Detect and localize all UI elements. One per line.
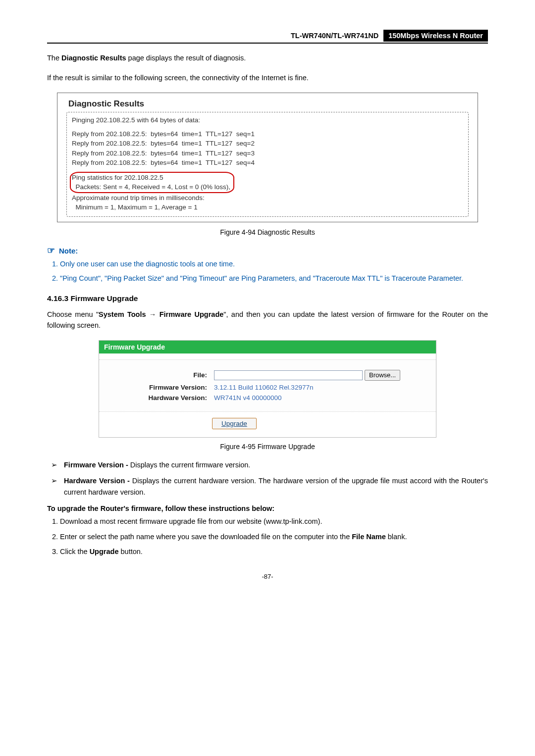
fw-file-label: File:	[108, 371, 214, 379]
fw-version-row: Firmware Version: 3.12.11 Build 110602 R…	[108, 384, 427, 391]
model-number: TL-WR740N/TL-WR741ND	[291, 30, 383, 42]
fw-file-input-wrap: Browse...	[214, 370, 400, 381]
figure-4-94-caption: Figure 4-94 Diagnostic Results	[47, 228, 488, 236]
section-4-16-3-heading: 4.16.3 Firmware Upgrade	[47, 294, 488, 303]
note-label: Note:	[59, 247, 78, 255]
diag-stats-4: Minimum = 1, Maximum = 1, Average = 1	[72, 202, 463, 212]
upgrade-button[interactable]: Upgrade	[212, 418, 257, 429]
diag-stats-1: Ping statistics for 202.108.22.5	[72, 174, 163, 181]
diag-title: Diagnostic Results	[68, 99, 471, 109]
fw-panel-body: File: Browse... Firmware Version: 3.12.1…	[99, 360, 436, 411]
pointing-hand-icon: ☞	[47, 246, 55, 255]
fw-version-label: Firmware Version:	[108, 384, 214, 391]
fw-panel-gap	[99, 353, 436, 360]
intro1-pre: The	[47, 54, 61, 62]
ping-stats-highlight: Ping statistics for 202.108.22.5 Packets…	[70, 172, 234, 193]
instr3-pre: Click the	[60, 548, 90, 555]
intro1-bold: Diagnostic Results	[61, 54, 126, 62]
upgrade-instructions-heading: To upgrade the Router's firmware, follow…	[47, 504, 488, 512]
bullet-fw-text: Displays the current firmware version.	[128, 461, 251, 469]
fw-version-value: 3.12.11 Build 110602 Rel.32977n	[214, 384, 313, 391]
instr3-post: button.	[118, 548, 142, 555]
diag-reply-1: Reply from 202.108.22.5: bytes=64 time=1…	[72, 129, 463, 139]
intro1-post: page displays the result of diagnosis.	[126, 54, 246, 62]
bullet-fw-bold: Firmware Version -	[64, 461, 128, 469]
fw-file-row: File: Browse...	[108, 370, 427, 381]
diag-reply-2: Reply from 202.108.22.5: bytes=64 time=1…	[72, 139, 463, 149]
note-item-2: "Ping Count", "Ping Packet Size" and "Pi…	[60, 272, 488, 285]
fw-file-input[interactable]	[214, 370, 363, 380]
instr-step-3: Click the Upgrade button.	[60, 546, 488, 558]
fw-submit-row: Upgrade	[99, 411, 436, 437]
version-bullet-list: Firmware Version - Displays the current …	[47, 459, 488, 498]
diag-reply-3: Reply from 202.108.22.5: bytes=64 time=1…	[72, 149, 463, 158]
hw-version-value: WR741N v4 00000000	[214, 394, 282, 402]
bullet-firmware-version: Firmware Version - Displays the current …	[50, 459, 488, 470]
page-number: -87-	[47, 573, 488, 580]
spacer	[72, 125, 463, 129]
product-name: 150Mbps Wireless N Router	[383, 30, 488, 42]
firmware-intro-para: Choose menu "System Tools → Firmware Upg…	[47, 309, 488, 331]
diag-output-box: Pinging 202.108.22.5 with 64 bytes of da…	[66, 112, 469, 217]
diag-stats-2: Packets: Sent = 4, Received = 4, Lost = …	[72, 183, 230, 191]
diag-reply-4: Reply from 202.108.22.5: bytes=64 time=1…	[72, 158, 463, 168]
instr2-bold: File Name	[352, 533, 386, 541]
header-inner: TL-WR740N/TL-WR741ND 150Mbps Wireless N …	[47, 30, 488, 42]
note-heading: ☞Note:	[47, 245, 488, 256]
note-item-1: Only one user can use the diagnostic too…	[60, 258, 488, 270]
note-list: Only one user can use the diagnostic too…	[48, 258, 488, 285]
upgrade-instructions-list: Download a most recent firmware upgrade …	[48, 515, 488, 558]
fw-intro-pre: Choose menu "	[47, 310, 99, 318]
intro-para-2: If the result is similar to the followin…	[47, 72, 488, 83]
instr-step-2: Enter or select the path name where you …	[60, 531, 488, 543]
diagnostic-results-figure: Diagnostic Results Pinging 202.108.22.5 …	[57, 93, 478, 222]
fw-panel-titlebar: Firmware Upgrade	[99, 341, 436, 353]
bullet-hw-bold: Hardware Version -	[64, 477, 130, 485]
fw-intro-b2: Firmware Upgrade	[160, 310, 224, 318]
fw-intro-b1: System Tools	[99, 310, 146, 318]
spacer	[72, 168, 463, 172]
instr2-post: blank.	[386, 533, 407, 541]
bullet-hardware-version: Hardware Version - Displays the current …	[50, 475, 488, 498]
diag-stats-block: Ping statistics for 202.108.22.5 Packets…	[72, 172, 463, 193]
firmware-upgrade-panel: Firmware Upgrade File: Browse... Firmwar…	[99, 340, 436, 438]
browse-button[interactable]: Browse...	[365, 370, 400, 381]
instr3-bold: Upgrade	[90, 548, 119, 555]
diag-stats-3: Approximate round trip times in millisec…	[72, 193, 463, 203]
instr2-pre: Enter or select the path name where you …	[60, 533, 352, 541]
intro-para-1: The Diagnostic Results page displays the…	[47, 52, 488, 63]
page-header: TL-WR740N/TL-WR741ND 150Mbps Wireless N …	[47, 30, 488, 44]
hw-version-row: Hardware Version: WR741N v4 00000000	[108, 394, 427, 402]
hw-version-label: Hardware Version:	[108, 394, 214, 402]
fw-intro-arrow: →	[146, 310, 160, 318]
diag-ping-header: Pinging 202.108.22.5 with 64 bytes of da…	[72, 115, 463, 125]
instr-step-1: Download a most recent firmware upgrade …	[60, 515, 488, 528]
figure-4-95-caption: Figure 4-95 Firmware Upgrade	[47, 443, 488, 451]
